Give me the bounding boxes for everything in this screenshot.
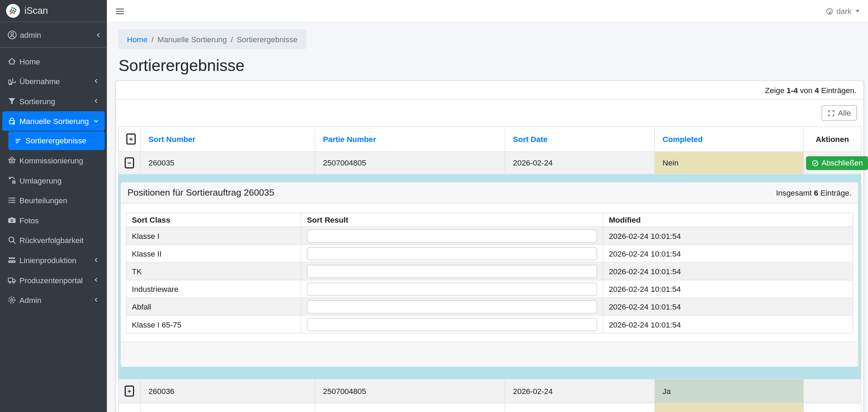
sidebar-item-uebernahme[interactable]: Übernahme [2, 71, 105, 91]
gear-icon [7, 295, 17, 305]
chevron-left-icon [95, 32, 101, 38]
sidebar-item-sortierergebnisse[interactable]: Sortierergebnisse [8, 131, 105, 150]
sidebar-item-produzentenportal[interactable]: Produzentenportal [2, 270, 105, 290]
cell-sort-result [301, 298, 603, 315]
cell-sort-result [301, 262, 603, 280]
theme-selector[interactable]: dark [825, 7, 860, 16]
sidebar-item-admin[interactable]: Admin [2, 290, 105, 310]
user-name: admin [20, 30, 41, 39]
sort-result-input[interactable] [307, 282, 597, 295]
positions-table: Sort Class Sort Result Modified [126, 213, 853, 333]
sidebar-item-umlagerung[interactable]: Umlagerung [2, 171, 105, 190]
check-circle-icon [812, 159, 819, 167]
home-icon [7, 56, 17, 66]
complete-button[interactable]: Abschließen [806, 156, 868, 170]
column-header-partie-number[interactable]: Partie Number [315, 127, 505, 152]
table-row: − 260035 2507004805 2026-02-24 Nein Absc… [118, 152, 861, 174]
expand-cell [118, 403, 141, 412]
sort-lines-icon [15, 136, 23, 145]
sidebar-item-rueckverfolgbarkeit[interactable]: Rückverfolgbarkeit [2, 231, 105, 250]
sidebar-item-kommissionierung[interactable]: Kommissionierung [2, 151, 105, 170]
cell-sort-class: Abfall [126, 298, 301, 315]
sort-result-input[interactable] [307, 318, 597, 331]
sidebar-item-label: Linienproduktion [19, 256, 76, 265]
summary-range: 1-4 [787, 86, 798, 95]
plus-square-icon[interactable]: + [125, 386, 134, 397]
detail-card-footer [121, 342, 858, 367]
sidebar-item-label: Admin [19, 296, 42, 305]
position-row: Klasse I 2026-02-24 10:01:54 [126, 227, 853, 244]
expand-all-button[interactable]: Alle [821, 105, 857, 121]
complete-button-label: Abschließen [822, 159, 863, 167]
cell-partie-number: 2507004805 [315, 379, 505, 403]
column-header-completed[interactable]: Completed [654, 127, 803, 152]
sidebar-item-label: Produzentenportal [19, 276, 83, 285]
chevron-down-icon [93, 118, 99, 124]
cell-partie-number [315, 403, 505, 412]
cell-sort-number: 260035 [141, 152, 315, 174]
table-row-partial [118, 403, 861, 412]
cell-modified: 2026-02-24 10:01:54 [603, 244, 853, 262]
cell-sort-result [301, 315, 603, 333]
sidebar-user-panel[interactable]: admin [0, 22, 107, 48]
cell-completed [654, 403, 803, 412]
cell-sort-class: Klasse I 65-75 [126, 315, 301, 333]
sidebar-item-fotos[interactable]: Fotos [2, 211, 105, 230]
detail-card-body: Sort Class Sort Result Modified [121, 203, 858, 342]
table-row: + 260036 2507004805 2026-02-24 Ja [118, 379, 861, 403]
chevron-left-icon [93, 297, 99, 303]
basket-apple-icon [7, 116, 17, 126]
main-area: dark Home / Manuelle Sortierung / Sortie… [107, 0, 868, 412]
cell-modified: 2026-02-24 10:01:54 [603, 280, 853, 298]
table-header-row: + Sort Number Partie Number Sort Date Co… [118, 127, 861, 152]
chevron-left-icon [93, 98, 99, 104]
position-row: Klasse I 65-75 2026-02-24 10:01:54 [126, 315, 853, 333]
column-header-sort-number[interactable]: Sort Number [141, 127, 315, 152]
breadcrumb-separator: / [151, 35, 153, 44]
chevron-left-icon [93, 257, 99, 263]
plus-square-icon[interactable]: + [126, 134, 136, 145]
breadcrumb-item: Manuelle Sortierung [158, 35, 227, 44]
position-row: Industrieware 2026-02-24 10:01:54 [126, 280, 853, 298]
sort-result-input[interactable] [307, 247, 597, 260]
person-circle-icon [7, 30, 17, 40]
sidebar-item-label: Übernahme [19, 77, 60, 86]
sidebar-item-beurteilungen[interactable]: Beurteilungen [2, 190, 105, 210]
column-header-sort-result: Sort Result [301, 213, 603, 227]
detail-card: Positionen für Sortierauftrag 260035 Ins… [121, 182, 858, 367]
brand[interactable]: iScan [0, 0, 107, 22]
hamburger-icon[interactable] [115, 6, 125, 16]
truck-icon [7, 275, 17, 285]
sidebar-item-manuelle-sortierung[interactable]: Manuelle Sortierung [2, 111, 105, 131]
minus-square-icon[interactable]: − [125, 157, 134, 168]
detail-count: Insgesamt 6 Einträge. [776, 188, 851, 197]
sort-result-input[interactable] [307, 300, 597, 313]
cell-partie-number: 2507004805 [315, 152, 505, 174]
sort-result-input[interactable] [307, 229, 597, 242]
list-icon [7, 196, 17, 205]
cell-sort-class: Klasse I [126, 227, 301, 244]
sidebar-nav: Home Übernahme Sortierung Manuelle Sorti… [0, 48, 107, 412]
cell-sort-result [301, 244, 603, 262]
page-title: Sortierergebnisse [118, 55, 863, 76]
expand-all-label: Alle [838, 109, 851, 118]
sidebar-item-sortierung[interactable]: Sortierung [2, 91, 105, 111]
breadcrumb-item: Sortierergebnisse [237, 35, 298, 44]
cell-modified: 2026-02-24 10:01:54 [603, 227, 853, 244]
column-header-sort-date[interactable]: Sort Date [505, 127, 654, 152]
detail-panel: Positionen für Sortierauftrag 260035 Ins… [118, 174, 861, 379]
sidebar-item-home[interactable]: Home [2, 52, 105, 71]
cell-modified: 2026-02-24 10:01:54 [603, 315, 853, 333]
cell-sort-result [301, 227, 603, 244]
cell-sort-number: 260036 [141, 379, 315, 403]
sidebar: iScan admin Home Übernahme [0, 0, 107, 412]
sort-result-input[interactable] [307, 265, 597, 278]
breadcrumb-home-link[interactable]: Home [127, 35, 147, 44]
sidebar-item-label: Fotos [19, 216, 39, 225]
expand-icon [827, 109, 835, 117]
top-navbar: dark [107, 0, 868, 23]
conveyor-icon [7, 256, 17, 265]
expand-cell: − [118, 152, 141, 174]
sidebar-item-linienproduktion[interactable]: Linienproduktion [2, 250, 105, 270]
position-row: Klasse II 2026-02-24 10:01:54 [126, 244, 853, 262]
